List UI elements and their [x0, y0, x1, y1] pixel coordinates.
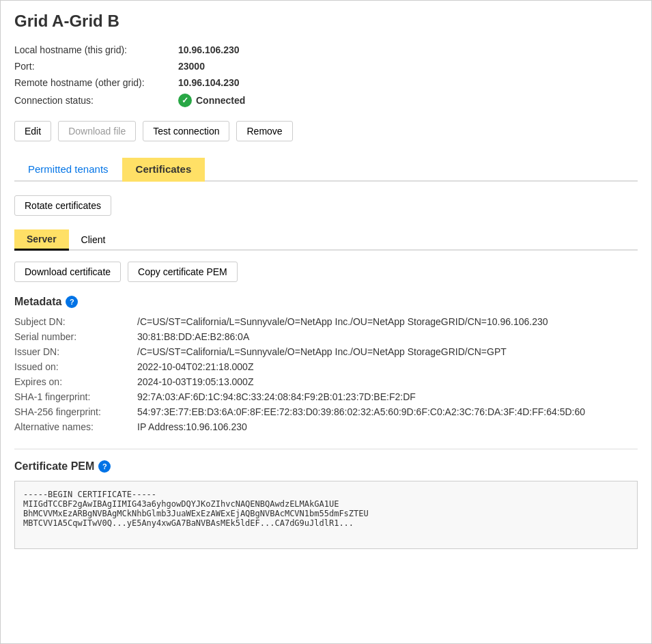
tabs-container: Permitted tenants Certificates: [14, 158, 638, 182]
connected-icon: ✓: [178, 94, 192, 107]
cert-action-buttons: Download certificate Copy certificate PE…: [14, 262, 638, 282]
tab-permitted-tenants[interactable]: Permitted tenants: [14, 158, 122, 182]
connection-status-label: Connection status:: [14, 95, 178, 106]
port-label: Port:: [14, 61, 178, 72]
connection-status-text: Connected: [196, 95, 245, 106]
metadata-title-text: Metadata: [14, 296, 61, 308]
meta-value: /C=US/ST=California/L=Sunnyvale/O=NetApp…: [137, 346, 507, 357]
rotate-certificates-button[interactable]: Rotate certificates: [14, 195, 111, 216]
port-value: 23000: [178, 61, 205, 72]
remote-hostname-label: Remote hostname (other grid):: [14, 77, 178, 88]
metadata-section: Metadata ? Subject DN:/C=US/ST=Californi…: [14, 296, 638, 432]
remove-button[interactable]: Remove: [236, 121, 292, 141]
meta-label: Subject DN:: [14, 316, 137, 327]
metadata-row: Alternative names:IP Address:10.96.106.2…: [14, 421, 638, 432]
meta-label: SHA-256 fingerprint:: [14, 406, 137, 417]
test-connection-button[interactable]: Test connection: [143, 121, 229, 141]
meta-value: 92:7A:03:AF:6D:1C:94:8C:33:24:08:84:F9:2…: [137, 391, 416, 402]
sub-tab-server[interactable]: Server: [14, 229, 69, 251]
remote-hostname-row: Remote hostname (other grid): 10.96.104.…: [14, 77, 638, 88]
meta-label: Serial number:: [14, 331, 137, 342]
sub-tab-client[interactable]: Client: [69, 229, 118, 249]
download-file-button[interactable]: Download file: [58, 121, 136, 141]
metadata-row: SHA-256 fingerprint:54:97:3E:77:EB:D3:6A…: [14, 406, 638, 417]
cert-pem-content: -----BEGIN CERTIFICATE----- MIIGdTCCBF2g…: [14, 481, 638, 549]
meta-label: Issuer DN:: [14, 346, 137, 357]
meta-label: Alternative names:: [14, 421, 137, 432]
metadata-title: Metadata ?: [14, 296, 638, 308]
cert-pem-help-icon[interactable]: ?: [98, 460, 111, 473]
rotate-btn-area: Rotate certificates: [14, 195, 638, 216]
meta-value: 2024-10-03T19:05:13.000Z: [137, 376, 253, 387]
metadata-rows: Subject DN:/C=US/ST=California/L=Sunnyva…: [14, 316, 638, 432]
metadata-row: Subject DN:/C=US/ST=California/L=Sunnyva…: [14, 316, 638, 327]
download-certificate-button[interactable]: Download certificate: [14, 262, 121, 282]
metadata-row: Expires on:2024-10-03T19:05:13.000Z: [14, 376, 638, 387]
meta-value: IP Address:10.96.106.230: [137, 421, 247, 432]
sub-tabs: Server Client: [14, 229, 638, 251]
cert-pem-title-text: Certificate PEM: [14, 460, 94, 473]
local-hostname-row: Local hostname (this grid): 10.96.106.23…: [14, 44, 638, 55]
connection-status-value: ✓ Connected: [178, 94, 245, 107]
connection-status-row: Connection status: ✓ Connected: [14, 94, 638, 107]
meta-value: 54:97:3E:77:EB:D3:6A:0F:8F:EE:72:83:D0:3…: [137, 406, 585, 417]
page-container: Grid A-Grid B Local hostname (this grid)…: [0, 0, 652, 644]
meta-label: Expires on:: [14, 376, 137, 387]
edit-button[interactable]: Edit: [14, 121, 51, 141]
cert-pem-section: Certificate PEM ? -----BEGIN CERTIFICATE…: [14, 460, 638, 549]
metadata-help-icon[interactable]: ?: [66, 296, 78, 308]
meta-label: SHA-1 fingerprint:: [14, 391, 137, 402]
meta-value: 2022-10-04T02:21:18.000Z: [137, 361, 253, 372]
meta-value: 30:81:B8:DD:AE:B2:86:0A: [137, 331, 249, 342]
metadata-row: Serial number:30:81:B8:DD:AE:B2:86:0A: [14, 331, 638, 342]
local-hostname-label: Local hostname (this grid):: [14, 44, 178, 55]
page-title: Grid A-Grid B: [14, 12, 638, 31]
local-hostname-value: 10.96.106.230: [178, 44, 240, 55]
metadata-row: Issuer DN:/C=US/ST=California/L=Sunnyval…: [14, 346, 638, 357]
cert-pem-title: Certificate PEM ?: [14, 460, 638, 473]
meta-value: /C=US/ST=California/L=Sunnyvale/O=NetApp…: [137, 316, 548, 327]
remote-hostname-value: 10.96.104.230: [178, 77, 240, 88]
divider: [14, 449, 638, 449]
meta-label: Issued on:: [14, 361, 137, 372]
tab-certificates[interactable]: Certificates: [122, 158, 205, 182]
action-buttons: Edit Download file Test connection Remov…: [14, 121, 638, 141]
copy-certificate-pem-button[interactable]: Copy certificate PEM: [128, 262, 238, 282]
port-row: Port: 23000: [14, 61, 638, 72]
metadata-row: Issued on:2022-10-04T02:21:18.000Z: [14, 361, 638, 372]
metadata-row: SHA-1 fingerprint:92:7A:03:AF:6D:1C:94:8…: [14, 391, 638, 402]
info-table: Local hostname (this grid): 10.96.106.23…: [14, 44, 638, 107]
